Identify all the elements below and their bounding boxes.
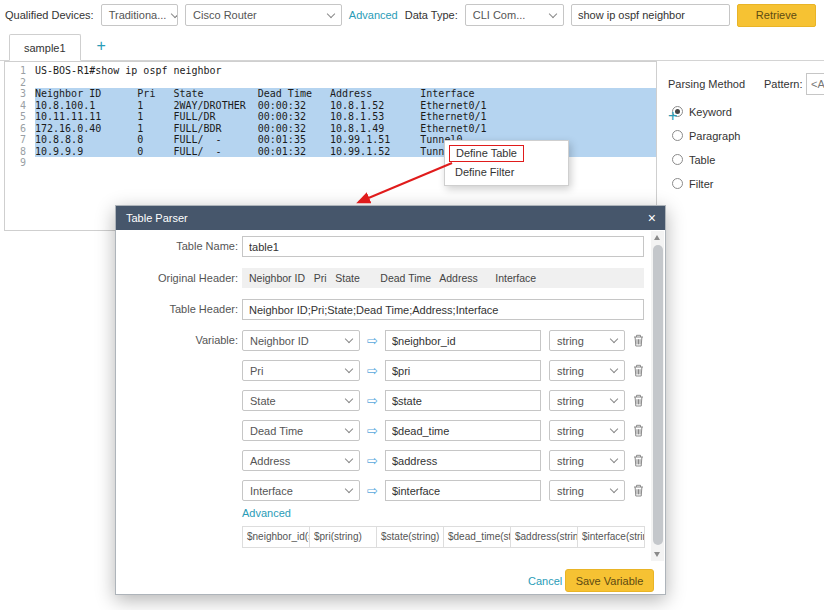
line-text <box>35 77 656 89</box>
table-name-label: Table Name: <box>126 240 238 252</box>
trash-icon[interactable] <box>633 454 644 467</box>
radio-keyword[interactable]: Keyword <box>672 105 732 118</box>
variable-name-input[interactable] <box>385 450 541 471</box>
preview-cell: $state(string) <box>377 526 444 548</box>
variable-row: Pri ⇨ string <box>242 360 644 381</box>
context-menu: Define Table Define Filter <box>444 140 569 186</box>
preview-table-header: $neighbor_id(stri... $pri(string) $state… <box>242 526 645 548</box>
variable-name-input[interactable] <box>385 480 541 501</box>
scrollbar-thumb[interactable] <box>653 245 663 545</box>
table-header-input[interactable] <box>242 299 644 320</box>
column-value: Pri <box>250 365 263 377</box>
radio-paragraph[interactable]: Paragraph <box>672 129 740 142</box>
variable-name-input[interactable] <box>385 360 541 381</box>
variable-row: State ⇨ string <box>242 390 644 411</box>
trash-icon[interactable] <box>633 364 644 377</box>
radio-filter[interactable]: Filter <box>672 177 713 190</box>
table-header-label: Table Header: <box>126 303 238 315</box>
modal-scrollbar[interactable] <box>651 231 664 561</box>
type-dropdown[interactable]: string <box>549 480 625 501</box>
scroll-up-icon[interactable] <box>651 231 664 244</box>
column-dropdown[interactable]: Interface <box>242 480 360 501</box>
scroll-down-icon[interactable] <box>651 548 664 561</box>
line-text: 10.11.11.11 1 FULL/DR 00:00:32 10.8.1.53… <box>35 111 656 123</box>
cancel-button[interactable]: Cancel <box>528 575 562 587</box>
trash-icon[interactable] <box>633 484 644 497</box>
column-value: Address <box>250 455 290 467</box>
add-pattern-button[interactable]: + <box>668 108 677 124</box>
line-number: 4 <box>5 100 35 112</box>
column-value: Interface <box>250 485 293 497</box>
device-scope-dropdown[interactable]: Traditiona... <box>101 4 178 26</box>
line-number: 5 <box>5 111 35 123</box>
editor-line: 1 US-BOS-R1#show ip ospf neighbor <box>5 65 656 77</box>
radio-label: Paragraph <box>689 130 740 142</box>
variable-name-input[interactable] <box>385 390 541 411</box>
app-window: Qualified Devices: Traditiona... Cisco R… <box>0 0 824 610</box>
tab-sample1[interactable]: sample1 <box>9 34 81 61</box>
line-number: 2 <box>5 77 35 89</box>
preview-cell: $neighbor_id(stri... <box>242 526 310 548</box>
type-value: string <box>557 455 584 467</box>
line-number: 7 <box>5 134 35 146</box>
command-input[interactable] <box>571 4 730 26</box>
qualified-devices-label: Qualified Devices: <box>5 9 94 21</box>
preview-cell: $interface(string) ... <box>578 526 645 548</box>
close-icon[interactable]: × <box>648 211 656 225</box>
menu-item-define-filter[interactable]: Define Filter <box>445 163 568 182</box>
variable-row: Interface ⇨ string <box>242 480 644 501</box>
preview-cell: $pri(string) <box>310 526 377 548</box>
add-tab-button[interactable]: + <box>81 37 106 60</box>
line-text: 10.8.100.1 1 2WAY/DROTHER 00:00:32 10.8.… <box>35 100 656 112</box>
chevron-down-icon <box>345 365 353 373</box>
type-dropdown[interactable]: string <box>549 330 625 351</box>
line-number: 6 <box>5 123 35 135</box>
pattern-label: Pattern: <box>764 78 803 90</box>
type-dropdown[interactable]: string <box>549 420 625 441</box>
variable-row: Address ⇨ string <box>242 450 644 471</box>
chevron-down-icon <box>327 9 335 17</box>
save-variable-button[interactable]: Save Variable <box>565 569 654 592</box>
retrieve-button[interactable]: Retrieve <box>737 4 816 27</box>
variable-name-input[interactable] <box>385 330 541 351</box>
radio-table[interactable]: Table <box>672 153 715 166</box>
trash-icon[interactable] <box>633 334 644 347</box>
menu-item-define-table[interactable]: Define Table <box>445 144 568 163</box>
column-dropdown[interactable]: Neighbor ID <box>242 330 360 351</box>
editor-line-selected: 5 10.11.11.11 1 FULL/DR 00:00:32 10.8.1.… <box>5 111 656 123</box>
chevron-down-icon <box>345 335 353 343</box>
column-value: Dead Time <box>250 425 303 437</box>
type-value: string <box>557 395 584 407</box>
type-dropdown[interactable]: string <box>549 450 625 471</box>
advanced-link[interactable]: Advanced <box>349 9 398 21</box>
column-dropdown[interactable]: State <box>242 390 360 411</box>
trash-icon[interactable] <box>633 394 644 407</box>
dialog-titlebar[interactable]: Table Parser × <box>116 206 665 230</box>
data-type-value: CLI Com... <box>473 9 526 21</box>
column-value: Neighbor ID <box>250 335 309 347</box>
variable-name-input[interactable] <box>385 420 541 441</box>
type-value: string <box>557 335 584 347</box>
annotation-highlight: Define Table <box>449 145 524 162</box>
type-dropdown[interactable]: string <box>549 360 625 381</box>
advanced-link-modal[interactable]: Advanced <box>242 507 291 519</box>
chevron-down-icon <box>610 485 618 493</box>
device-type-dropdown[interactable]: Cisco Router <box>185 4 342 26</box>
column-dropdown[interactable]: Address <box>242 450 360 471</box>
table-parser-dialog: Table Parser × Table Name: Original Head… <box>115 205 666 595</box>
table-name-input[interactable] <box>242 236 644 257</box>
column-dropdown[interactable]: Pri <box>242 360 360 381</box>
device-type-value: Cisco Router <box>193 9 257 21</box>
pattern-input[interactable] <box>806 73 824 95</box>
trash-icon[interactable] <box>633 424 644 437</box>
line-number: 9 <box>5 157 35 169</box>
type-dropdown[interactable]: string <box>549 390 625 411</box>
chevron-down-icon <box>345 425 353 433</box>
column-dropdown[interactable]: Dead Time <box>242 420 360 441</box>
chevron-down-icon <box>610 425 618 433</box>
map-arrow-icon: ⇨ <box>367 393 378 408</box>
preview-cell: $dead_time(string... <box>444 526 511 548</box>
preview-cell: $address(string) ... <box>511 526 578 548</box>
data-type-dropdown[interactable]: CLI Com... <box>465 4 564 26</box>
line-number: 1 <box>5 65 35 77</box>
